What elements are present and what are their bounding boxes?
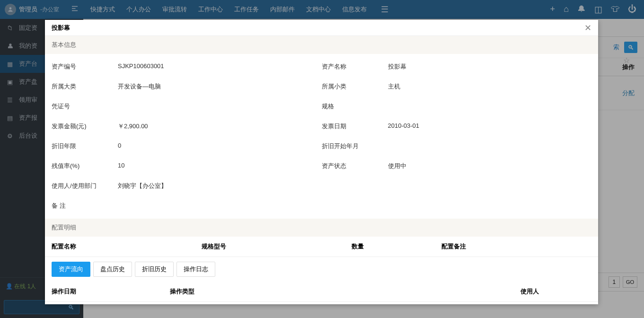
modal-header: 投影幕 ✕ — [45, 20, 598, 36]
cfg-col-spec: 规格型号 — [202, 242, 352, 251]
minor-value: 主机 — [388, 82, 400, 91]
status-value: 使用中 — [388, 162, 406, 170]
inv-date-label: 发票日期 — [322, 122, 388, 131]
residual-label: 残值率(%) — [52, 162, 118, 170]
flow-col-type: 操作类型 — [170, 287, 520, 296]
dep-start-label: 折旧开始年月 — [322, 142, 388, 150]
flow-col-date: 操作日期 — [52, 287, 170, 296]
spec-label: 规格 — [322, 102, 388, 111]
basic-info-grid: 资产编号SJKP100603001 资产名称投影幕 所属大类开发设备—电脑 所属… — [45, 54, 598, 219]
basic-info-title: 基本信息 — [45, 36, 598, 54]
asset-no-label: 资产编号 — [52, 62, 118, 71]
asset-name: 投影幕 — [388, 62, 406, 71]
user-value: 刘晓宇【办公室】 — [118, 182, 167, 190]
asset-no: SJKP100603001 — [118, 62, 164, 71]
tab-depreciation[interactable]: 折旧历史 — [135, 262, 174, 277]
inv-date-value: 2010-03-01 — [388, 122, 420, 131]
modal-body[interactable]: 基本信息 资产编号SJKP100603001 资产名称投影幕 所属大类开发设备—… — [45, 36, 598, 304]
user-label: 使用人/使用部门 — [52, 182, 118, 190]
config-header: 配置名称 规格型号 数量 配置备注 — [45, 237, 598, 257]
cfg-col-name: 配置名称 — [52, 242, 202, 251]
modal-title: 投影幕 — [52, 24, 70, 32]
flow-row: 2017-12-28 领用 刘晓宇 — [45, 302, 598, 304]
asset-name-label: 资产名称 — [322, 62, 388, 71]
status-label: 资产状态 — [322, 162, 388, 170]
asset-detail-modal: 投影幕 ✕ 基本信息 资产编号SJKP100603001 资产名称投影幕 所属大… — [45, 20, 598, 304]
close-icon[interactable]: ✕ — [584, 23, 591, 33]
remark-label: 备 注 — [52, 202, 118, 210]
flow-col-user: 使用人 — [520, 287, 591, 296]
tab-check-history[interactable]: 盘点历史 — [93, 262, 132, 277]
residual-value: 10 — [118, 162, 124, 170]
amount-label: 发票金额(元) — [52, 122, 118, 131]
dep-years-value: 0 — [118, 142, 121, 150]
major-label: 所属大类 — [52, 82, 118, 91]
tab-row: 资产流向 盘点历史 折旧历史 操作日志 — [45, 257, 598, 282]
tab-flow[interactable]: 资产流向 — [52, 262, 90, 277]
flow-header: 操作日期 操作类型 使用人 — [45, 282, 598, 302]
minor-label: 所属小类 — [322, 82, 388, 91]
cfg-col-remark: 配置备注 — [441, 242, 591, 251]
dep-years-label: 折旧年限 — [52, 142, 118, 150]
cfg-col-qty: 数量 — [352, 242, 441, 251]
voucher-label: 凭证号 — [52, 102, 118, 111]
major-value: 开发设备—电脑 — [118, 82, 161, 91]
tab-log[interactable]: 操作日志 — [176, 262, 215, 277]
config-title: 配置明细 — [45, 219, 598, 237]
amount-value: ￥2,900.00 — [118, 122, 148, 131]
